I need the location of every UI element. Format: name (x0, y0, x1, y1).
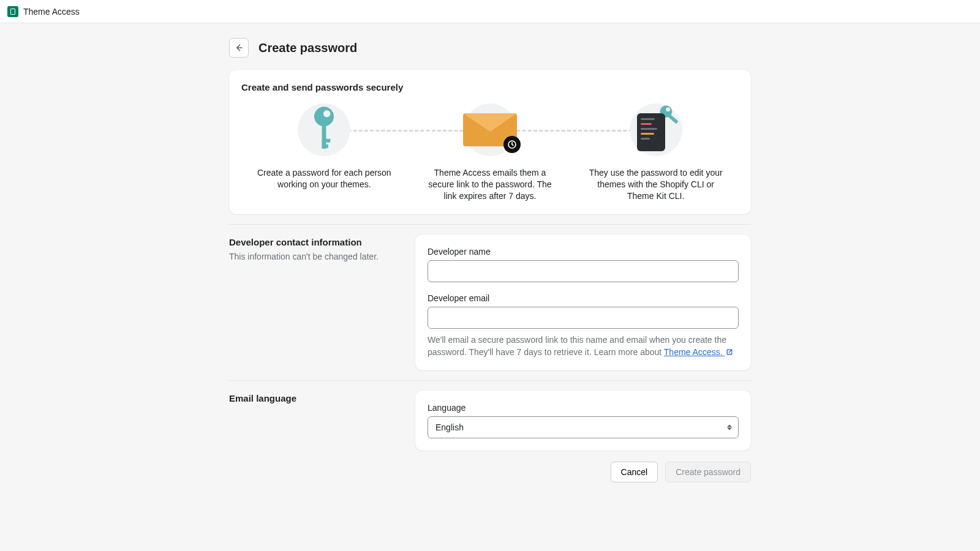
step-text: Theme Access emails them a secure link t… (423, 167, 557, 202)
language-select[interactable]: English (428, 416, 739, 438)
code-key-icon (630, 103, 682, 156)
svg-point-0 (314, 107, 334, 126)
section-subtitle: This information can't be changed later. (229, 251, 401, 263)
divider (229, 380, 751, 381)
step-text: They use the password to edit your theme… (589, 167, 723, 202)
help-text: We'll email a secure password link to th… (428, 334, 739, 359)
theme-access-link[interactable]: Theme Access. (664, 347, 734, 357)
developer-email-input[interactable] (428, 307, 739, 329)
clock-icon (503, 136, 521, 153)
app-title: Theme Access (23, 7, 80, 17)
arrow-left-icon (234, 43, 244, 53)
page: Create password Create and send password… (229, 23, 751, 507)
developer-name-input[interactable] (428, 260, 739, 282)
svg-point-1 (323, 110, 330, 117)
back-button[interactable] (229, 38, 249, 58)
step-1: Create a password for each person workin… (241, 103, 407, 202)
svg-rect-4 (322, 144, 328, 148)
step-2: Theme Access emails them a secure link t… (407, 103, 573, 202)
external-link-icon (726, 348, 733, 356)
envelope-icon (464, 103, 516, 156)
language-form-card: Language English (415, 391, 751, 451)
create-password-button[interactable]: Create password (665, 462, 751, 482)
step-text: Create a password for each person workin… (257, 167, 391, 190)
section-contact: Developer contact information This infor… (229, 234, 751, 371)
section-title: Developer contact information (229, 237, 401, 247)
divider (229, 224, 751, 225)
cancel-button[interactable]: Cancel (611, 462, 658, 482)
svg-rect-3 (322, 139, 331, 143)
svg-rect-8 (668, 114, 678, 124)
actions-row: Cancel Create password (229, 462, 751, 482)
info-card-title: Create and send passwords securely (241, 82, 739, 92)
language-label: Language (428, 403, 739, 413)
topbar: Theme Access (0, 0, 980, 23)
key-icon (298, 103, 350, 156)
page-title: Create password (258, 41, 357, 55)
section-title: Email language (229, 393, 401, 403)
info-card: Create and send passwords securely Creat… (229, 70, 751, 214)
page-header: Create password (229, 38, 751, 58)
steps-row: Create a password for each person workin… (241, 103, 739, 202)
developer-email-label: Developer email (428, 293, 739, 303)
svg-point-7 (666, 108, 670, 112)
language-selected: English (435, 422, 464, 432)
developer-name-label: Developer name (428, 247, 739, 257)
app-icon (7, 6, 18, 17)
section-language: Email language Language English (229, 391, 751, 451)
step-3: They use the password to edit your theme… (573, 103, 739, 202)
contact-form-card: Developer name Developer email We'll ema… (415, 234, 751, 371)
chevron-updown-icon (727, 425, 732, 430)
